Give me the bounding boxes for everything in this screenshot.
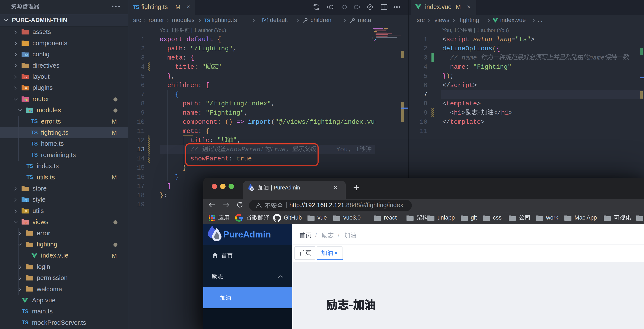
svg-text:{}: {}	[24, 199, 28, 202]
svg-text:<>: <>	[24, 222, 28, 225]
svg-text:<>: <>	[24, 76, 27, 79]
